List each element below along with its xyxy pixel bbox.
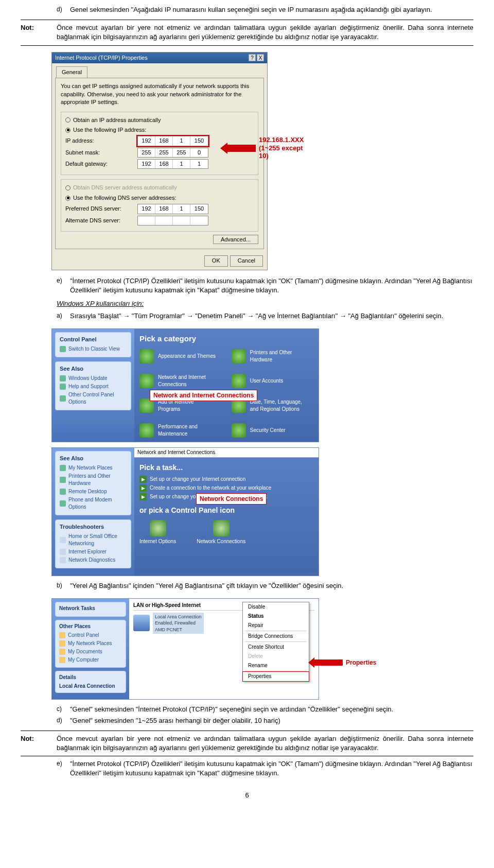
- item-d-text: Genel sekmesinden "Aşağıdaki IP numarası…: [70, 5, 473, 14]
- item-d2-text: "Genel" sekmesinden "1~255 arası herhang…: [70, 716, 473, 725]
- ip-octet: 255: [155, 148, 173, 157]
- item-a-letter: a): [57, 311, 66, 321]
- radio-icon: [65, 128, 70, 133]
- ok-button[interactable]: OK: [204, 255, 228, 266]
- gw-input[interactable]: 192 168 1 1: [137, 159, 208, 169]
- details-heading: Details: [59, 674, 122, 681]
- ip-octet: 168: [155, 160, 173, 168]
- category-item[interactable]: Security Center: [232, 423, 308, 438]
- mask-input[interactable]: 255 255 255 0: [137, 148, 208, 158]
- see-also-item[interactable]: My Network Places: [60, 464, 127, 472]
- ip-octet: 192: [138, 160, 155, 168]
- adns-label: Alternate DNS server:: [65, 217, 137, 224]
- top-spacer: [21, 5, 46, 16]
- ts-item[interactable]: Internet Explorer: [60, 548, 127, 555]
- tab-general[interactable]: General: [56, 66, 87, 78]
- radio-use-dns[interactable]: Use the following DNS server addresses:: [65, 194, 254, 202]
- item-a-text: Sırasıyla "Başlat" → "Tüm Programlar" → …: [70, 311, 473, 321]
- conn-l2: Enabled, Firewalled: [155, 620, 202, 627]
- category-icon: [232, 423, 246, 438]
- cp-icon[interactable]: Internet Options: [139, 520, 176, 545]
- control-panel-screenshot-2: See Also My Network Places Printers and …: [51, 447, 319, 577]
- ip-octet: 255: [173, 148, 190, 157]
- ip-octet: 168: [155, 204, 173, 213]
- category-icon: [232, 349, 246, 363]
- page-number: 6: [21, 791, 473, 800]
- ip-input[interactable]: 192 168 1 150: [137, 136, 208, 146]
- radio-icon: [65, 196, 70, 201]
- menu-disable[interactable]: Disable: [243, 602, 309, 612]
- item-b: b) "Yerel Ağ Bağlantısı" içinden "Yerel …: [57, 581, 473, 591]
- see-also-item[interactable]: Remote Desktop: [60, 488, 127, 495]
- menu-properties[interactable]: Properties: [243, 672, 309, 681]
- cancel-button[interactable]: Cancel: [230, 255, 263, 266]
- radio-use-ip-label: Use the following IP address:: [73, 126, 146, 134]
- ts-item[interactable]: Network Diagnostics: [60, 557, 127, 564]
- folder-icon: [59, 640, 65, 647]
- menu-repair[interactable]: Repair: [243, 621, 309, 630]
- menu-rename[interactable]: Rename: [243, 661, 309, 670]
- link-icon: [60, 465, 66, 471]
- radio-auto-dns-label: Obtain DNS server address automatically: [73, 184, 177, 192]
- category-item[interactable]: User Accounts: [232, 374, 308, 388]
- item-b-block: b) "Yerel Ağ Bağlantısı" içinden "Yerel …: [21, 581, 473, 593]
- advanced-button[interactable]: Advanced...: [213, 235, 258, 244]
- help-icon[interactable]: ?: [249, 54, 256, 61]
- tcpip-dialog: Internet Protocol (TCP/IP) Properties ? …: [51, 52, 268, 270]
- category-item[interactable]: Printers and Other Hardware: [232, 349, 308, 363]
- ip-octet: 255: [138, 148, 155, 157]
- category-item[interactable]: Performance and Maintenance: [139, 423, 216, 438]
- switch-view[interactable]: Switch to Classic View: [60, 345, 127, 353]
- see-also-item[interactable]: Windows Update: [60, 375, 127, 382]
- radio-use-ip[interactable]: Use the following IP address:: [65, 126, 254, 134]
- help-icon: [60, 537, 66, 543]
- note-2-label: Not:: [21, 734, 46, 753]
- category-item[interactable]: Network and Internet Connections: [139, 374, 216, 388]
- control-panel-screenshot-1: Control Panel Switch to Classic View See…: [51, 328, 319, 442]
- help-icon: [60, 549, 66, 555]
- conn-l3: AMD PCNET: [155, 627, 202, 633]
- other-place-item[interactable]: My Documents: [59, 648, 122, 655]
- arrow-icon: ▶: [139, 484, 147, 492]
- other-place-item[interactable]: My Network Places: [59, 640, 122, 647]
- note-1: Not: Önce mevcut ayarları bir yere not e…: [21, 23, 473, 42]
- link-icon: [60, 384, 66, 390]
- folder-icon: [59, 657, 65, 663]
- category-item[interactable]: Appearance and Themes: [139, 349, 216, 363]
- menu-status[interactable]: Status: [243, 612, 309, 621]
- see-also-item[interactable]: Help and Support: [60, 383, 127, 390]
- pdns-input[interactable]: 192 168 1 150: [137, 204, 208, 214]
- connection-icon: [133, 615, 150, 631]
- details-conn-name: Local Area Connection: [59, 683, 122, 690]
- task-item[interactable]: ▶Set up or change your Internet connecti…: [139, 476, 313, 483]
- see-also-item[interactable]: Phone and Modem Options: [60, 496, 127, 511]
- internet-options-icon: [150, 520, 166, 536]
- task-item[interactable]: ▶Create a connection to the network at y…: [139, 484, 313, 492]
- network-tasks-heading: Network Tasks: [59, 605, 122, 612]
- menu-bridge[interactable]: Bridge Connections: [243, 632, 309, 641]
- ts-item[interactable]: Home or Small Office Networking: [60, 533, 127, 547]
- note-1-text: Önce mevcut ayarları bir yere not etmeni…: [57, 23, 473, 42]
- ip-group: Obtain an IP address automatically Use t…: [61, 112, 258, 176]
- see-also-item[interactable]: Other Control Panel Options: [60, 391, 127, 406]
- link-icon: [60, 395, 66, 402]
- see-also-item[interactable]: Printers and Other Hardware: [60, 473, 127, 487]
- item-c: c) "Genel" sekmesinden "İnternet Protoko…: [57, 705, 473, 714]
- breadcrumb: Network and Internet Connections: [134, 448, 319, 458]
- radio-auto-ip[interactable]: Obtain an IP address automatically: [65, 116, 254, 124]
- divider: [21, 756, 473, 756]
- close-icon[interactable]: X: [257, 54, 264, 61]
- other-place-item[interactable]: Control Panel: [59, 632, 122, 639]
- ip-row: IP address: 192 168 1 150 192.168.1.XXX …: [65, 136, 254, 146]
- adns-input[interactable]: [137, 216, 208, 225]
- menu-shortcut[interactable]: Create Shortcut: [243, 643, 309, 652]
- item-e2: e) "İnternet Protokol (TCP/IP) Özellikle…: [57, 759, 473, 778]
- ip-octet: 192: [138, 136, 155, 145]
- tcpip-title: Internet Protocol (TCP/IP) Properties: [55, 54, 148, 62]
- callout-arrow: Properties: [314, 658, 376, 667]
- see-also-heading: See Also: [60, 365, 127, 373]
- cp-icon[interactable]: Network Connections: [197, 520, 245, 545]
- ip-octet: 150: [190, 136, 208, 145]
- item-a: a) Sırasıyla "Başlat" → "Tüm Programlar"…: [57, 311, 473, 321]
- other-place-item[interactable]: My Computer: [59, 656, 122, 664]
